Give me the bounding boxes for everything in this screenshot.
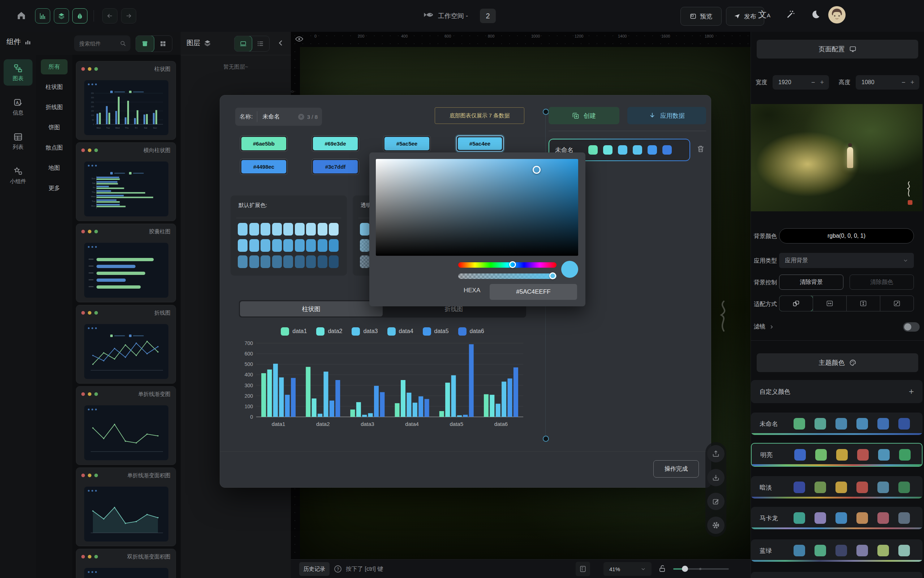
- component-card-单折线渐变图[interactable]: 单折线渐变图: [76, 386, 176, 465]
- zoom-slider-handle[interactable]: [682, 566, 688, 572]
- fit-auto-button[interactable]: [779, 295, 813, 312]
- custom-color-row[interactable]: 自定义颜色 +: [751, 380, 922, 403]
- preview-button[interactable]: 预览: [680, 7, 722, 26]
- extended-color-swatch[interactable]: [249, 223, 259, 235]
- chart-tool-button[interactable]: [35, 8, 50, 23]
- legend-item-data5[interactable]: data5: [423, 327, 449, 336]
- height-value[interactable]: 1080: [856, 79, 875, 86]
- layers-tool-button[interactable]: [54, 8, 69, 23]
- component-card-折线图[interactable]: 折线图: [76, 305, 176, 384]
- sidebar-item-小组件[interactable]: 小组件: [3, 162, 32, 188]
- component-search[interactable]: [74, 36, 130, 51]
- undo-button[interactable]: [102, 8, 117, 23]
- bg-color-swatch[interactable]: rgba(0, 0, 0, 1): [779, 228, 914, 244]
- fit-height-button[interactable]: [846, 296, 880, 311]
- home-icon[interactable]: [16, 10, 27, 21]
- clear-color-button[interactable]: 清除颜色: [849, 274, 914, 290]
- collapse-panel-icon[interactable]: [277, 39, 285, 47]
- extended-color-swatch[interactable]: [306, 239, 316, 252]
- sidebar-item-信息[interactable]: A信息: [3, 94, 32, 120]
- tab-柱状图[interactable]: 柱状图: [240, 301, 383, 317]
- app-type-dropdown[interactable]: 应用背景: [779, 253, 914, 268]
- extended-color-swatch[interactable]: [238, 255, 247, 268]
- theme-row-未命名[interactable]: 未命名: [751, 412, 922, 435]
- hue-slider[interactable]: [458, 262, 557, 268]
- redo-button[interactable]: [121, 8, 136, 23]
- hue-handle[interactable]: [509, 261, 516, 268]
- extended-color-swatch[interactable]: [329, 255, 339, 268]
- panel-toggle-button[interactable]: [576, 562, 590, 576]
- width-minus-button[interactable]: −: [811, 79, 815, 86]
- extended-color-swatch[interactable]: [306, 255, 316, 268]
- theme-name-field[interactable]: 名称: 未命名 ✕ 3 / 8: [235, 108, 322, 126]
- apply-data-button[interactable]: 应用数据: [627, 107, 706, 124]
- extended-color-swatch[interactable]: [306, 223, 316, 235]
- legend-item-data6[interactable]: data6: [458, 327, 484, 336]
- width-value[interactable]: 1920: [773, 79, 791, 86]
- extended-color-swatch[interactable]: [261, 255, 270, 268]
- dark-mode-moon-icon[interactable]: [810, 10, 821, 19]
- language-icon[interactable]: 文A: [758, 9, 770, 20]
- legend-item-data1[interactable]: data1: [281, 327, 307, 336]
- unlock-icon[interactable]: [658, 564, 667, 573]
- done-button[interactable]: 操作完成: [653, 460, 699, 477]
- extended-color-swatch[interactable]: [318, 223, 327, 235]
- fit-stretch-button[interactable]: [880, 296, 914, 311]
- magic-wand-icon[interactable]: [785, 10, 796, 20]
- extended-color-swatch[interactable]: [238, 223, 247, 235]
- color-chip-#69e3de[interactable]: #69e3de: [312, 135, 359, 152]
- trash-icon[interactable]: [696, 144, 705, 153]
- legend-item-data2[interactable]: data2: [316, 327, 342, 336]
- card-view-button[interactable]: [135, 36, 154, 52]
- extended-color-swatch[interactable]: [360, 239, 370, 252]
- extended-color-swatch[interactable]: [360, 223, 370, 235]
- color-chip-#6ae5bb[interactable]: #6ae5bb: [240, 135, 287, 152]
- color-chip-#3c7ddf[interactable]: #3c7ddf: [312, 159, 359, 175]
- category-饼图[interactable]: 饼图: [41, 120, 68, 135]
- sidebar-item-图表[interactable]: 图表: [3, 59, 32, 86]
- theme-tool-button[interactable]: [72, 8, 88, 23]
- extended-color-swatch[interactable]: [283, 255, 293, 268]
- theme-row-partial[interactable]: [751, 572, 922, 578]
- hex-input[interactable]: [490, 284, 577, 300]
- category-散点图[interactable]: 散点图: [41, 140, 68, 155]
- screen-view-button[interactable]: [234, 36, 252, 52]
- extended-color-swatch[interactable]: [238, 239, 247, 252]
- extended-color-swatch[interactable]: [329, 223, 339, 235]
- settings-gear-icon[interactable]: [707, 516, 724, 534]
- width-plus-button[interactable]: +: [815, 79, 829, 86]
- splitter-handle-top[interactable]: [543, 109, 549, 115]
- theme-row-蓝绿[interactable]: 蓝绿: [751, 539, 922, 562]
- height-plus-button[interactable]: +: [905, 79, 919, 86]
- component-card-柱状图[interactable]: 柱状图MonTueWedThuFriSatSun0501001502002503…: [76, 61, 176, 140]
- clear-name-icon[interactable]: ✕: [298, 114, 304, 120]
- extended-color-swatch[interactable]: [272, 223, 282, 235]
- filter-toggle[interactable]: [903, 322, 920, 332]
- fit-width-button[interactable]: [813, 296, 846, 311]
- saturation-value-area[interactable]: [376, 159, 578, 256]
- extended-color-swatch[interactable]: [329, 239, 339, 252]
- theme-row-暗淡[interactable]: 暗淡: [751, 476, 922, 498]
- extended-color-swatch[interactable]: [360, 255, 370, 268]
- category-地图[interactable]: 地图: [41, 161, 68, 175]
- color-chip-#5ac4ee[interactable]: #5ac4ee: [456, 135, 504, 152]
- alpha-slider[interactable]: [458, 273, 557, 279]
- edit-button[interactable]: [707, 493, 724, 510]
- add-custom-color-button[interactable]: +: [909, 386, 914, 397]
- extended-color-swatch[interactable]: [261, 223, 270, 235]
- component-card-双折线渐变面积图[interactable]: 双折线渐变面积图: [76, 549, 176, 578]
- background-image-preview[interactable]: [751, 104, 922, 211]
- extended-color-swatch[interactable]: [318, 255, 327, 268]
- category-更多[interactable]: 更多: [41, 180, 68, 196]
- category-折线图[interactable]: 折线图: [41, 100, 68, 115]
- height-minus-button[interactable]: −: [901, 79, 906, 86]
- extended-color-swatch[interactable]: [249, 239, 259, 252]
- help-icon[interactable]: ?: [333, 565, 342, 573]
- extended-color-swatch[interactable]: [272, 239, 282, 252]
- download-button[interactable]: [707, 469, 724, 486]
- theme-row-马卡龙[interactable]: 马卡龙: [751, 507, 922, 529]
- color-chip-#5ac5ee[interactable]: #5ac5ee: [383, 135, 431, 152]
- component-card-单折线渐变面积图[interactable]: 单折线渐变面积图: [76, 468, 176, 546]
- search-input[interactable]: [78, 40, 120, 47]
- splitter-handle-bottom[interactable]: [543, 436, 549, 442]
